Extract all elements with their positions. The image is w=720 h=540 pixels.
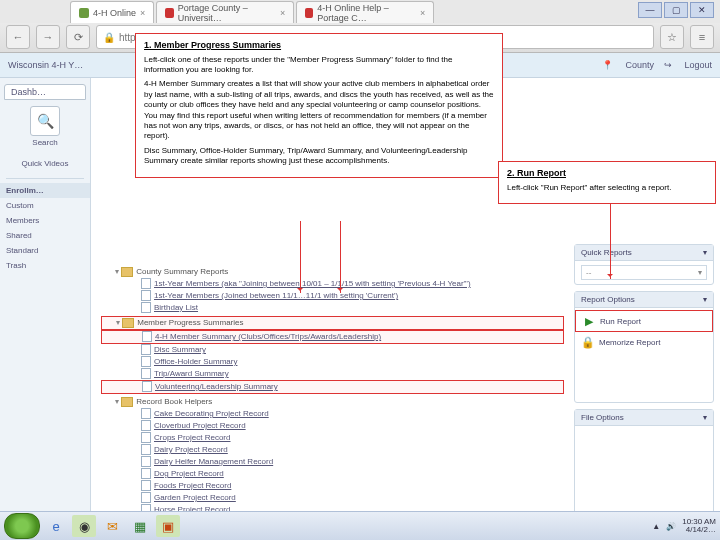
right-panel: Quick Reports▾ --▾ Report Options▾ ▶Run … — [574, 84, 714, 518]
county-link[interactable]: 📍 County — [602, 60, 654, 70]
sidebar-standard[interactable]: Standard — [0, 243, 90, 258]
quick-reports-select[interactable]: --▾ — [581, 265, 707, 280]
tray-icon[interactable]: 🔊 — [666, 522, 676, 531]
favicon-icon — [165, 8, 173, 18]
tree-item[interactable]: 1st-Year Members (Joined between 11/1…11… — [101, 290, 564, 302]
doc-icon — [141, 420, 151, 431]
tray-icon[interactable]: ▲ — [652, 522, 660, 531]
maximize-button[interactable]: ▢ — [664, 2, 688, 18]
sidebar-trash[interactable]: Trash — [0, 258, 90, 273]
banner-title: Wisconsin 4-H Y… — [8, 60, 83, 70]
tree-item[interactable]: Garden Project Record — [101, 492, 564, 504]
tree-item[interactable]: Disc Summary — [101, 344, 564, 356]
sidebar-custom[interactable]: Custom — [0, 198, 90, 213]
minimize-button[interactable]: — — [638, 2, 662, 18]
tree-item[interactable]: Volunteering/Leadership Summary — [101, 380, 564, 394]
file-options-panel: File Options▾ — [574, 409, 714, 521]
chevron-down-icon[interactable]: ▾ — [703, 413, 707, 422]
tree-item[interactable]: Trip/Award Summary — [101, 368, 564, 380]
tree-item[interactable]: Dairy Project Record — [101, 444, 564, 456]
search-icon: 🔍 — [30, 106, 60, 136]
chevron-down-icon: ▾ — [698, 268, 702, 277]
forward-button[interactable]: → — [36, 25, 60, 49]
tree-item[interactable]: 1st-Year Members (aka "Joining between 1… — [101, 278, 564, 290]
favicon-icon — [305, 8, 313, 18]
window-controls: —▢✕ — [638, 2, 714, 18]
doc-icon — [141, 468, 151, 479]
lock-icon: 🔒 — [103, 32, 115, 43]
taskbar-excel-icon[interactable]: ▦ — [128, 515, 152, 537]
doc-icon — [141, 456, 151, 467]
sidebar-members[interactable]: Members — [0, 213, 90, 228]
doc-icon — [141, 408, 151, 419]
menu-button[interactable]: ≡ — [690, 25, 714, 49]
panel-title: Report Options — [581, 295, 635, 304]
doc-icon — [141, 356, 151, 367]
reload-button[interactable]: ⟳ — [66, 25, 90, 49]
chevron-down-icon[interactable]: ▾ — [703, 248, 707, 257]
tree-item-member-summary[interactable]: 4-H Member Summary (Clubs/Offices/Trips/… — [101, 330, 564, 344]
sidebar-quick-videos[interactable]: Quick Videos — [0, 153, 90, 174]
sidebar-section: Enrollm… — [0, 183, 90, 198]
taskbar-powerpoint-icon[interactable]: ▣ — [156, 515, 180, 537]
tree-item[interactable]: Office-Holder Summary — [101, 356, 564, 368]
arrow-icon — [610, 203, 611, 279]
favicon-icon — [79, 8, 89, 18]
taskbar-ie-icon[interactable]: e — [44, 515, 68, 537]
tree-item[interactable]: Cake Decorating Project Record — [101, 408, 564, 420]
doc-icon — [141, 492, 151, 503]
folder-record-book[interactable]: Record Book Helpers — [101, 396, 564, 408]
arrow-icon — [340, 221, 341, 293]
tree-item[interactable]: Cloverbud Project Record — [101, 420, 564, 432]
tree-item[interactable]: Crops Project Record — [101, 432, 564, 444]
browser-tab[interactable]: Portage County – Universit…× — [156, 1, 294, 23]
sidebar: Dashb… 🔍Search Quick Videos Enrollm… Cus… — [0, 78, 91, 518]
tab-label: 4-H Online — [93, 8, 136, 18]
back-button[interactable]: ← — [6, 25, 30, 49]
browser-tab[interactable]: 4-H Online× — [70, 1, 154, 23]
callout-member-progress: 1. Member Progress Summaries Left-click … — [135, 33, 503, 178]
tree-item[interactable]: Dog Project Record — [101, 468, 564, 480]
folder-member-progress[interactable]: Member Progress Summaries — [101, 316, 564, 330]
folder-icon — [122, 318, 134, 328]
sidebar-shared[interactable]: Shared — [0, 228, 90, 243]
close-icon[interactable]: × — [420, 8, 425, 18]
tree-item[interactable]: Foods Project Record — [101, 480, 564, 492]
callout-run-report: 2. Run Report Left-click "Run Report" af… — [498, 161, 716, 204]
dashboard-tab[interactable]: Dashb… — [4, 84, 86, 100]
doc-icon — [141, 344, 151, 355]
taskbar-chrome-icon[interactable]: ◉ — [72, 515, 96, 537]
panel-title: Quick Reports — [581, 248, 632, 257]
sidebar-search[interactable]: 🔍Search — [0, 100, 90, 153]
panel-title: File Options — [581, 413, 624, 422]
folder-icon — [121, 267, 133, 277]
callout-title: 2. Run Report — [507, 168, 707, 180]
logout-link[interactable]: ↪ Logout — [664, 60, 712, 70]
lock-icon: 🔒 — [581, 335, 595, 349]
play-icon: ▶ — [582, 314, 596, 328]
arrow-icon — [300, 221, 301, 293]
run-report-button[interactable]: ▶Run Report — [575, 310, 713, 332]
taskbar-outlook-icon[interactable]: ✉ — [100, 515, 124, 537]
browser-tab[interactable]: 4-H Online Help – Portage C…× — [296, 1, 434, 23]
tab-strip: 4-H Online× Portage County – Universit…×… — [0, 0, 720, 23]
close-icon[interactable]: × — [140, 8, 145, 18]
tree-item[interactable]: Dairy Heifer Management Record — [101, 456, 564, 468]
folder-county-summary[interactable]: County Summary Reports — [101, 266, 564, 278]
chevron-down-icon[interactable]: ▾ — [703, 295, 707, 304]
tab-label: Portage County – Universit… — [178, 3, 276, 23]
start-button[interactable] — [4, 513, 40, 539]
doc-icon — [141, 444, 151, 455]
system-tray[interactable]: ▲ 🔊 10:30 AM4/14/2… — [652, 518, 716, 534]
doc-icon — [142, 381, 152, 392]
doc-icon — [141, 278, 151, 289]
close-icon[interactable]: × — [280, 8, 285, 18]
memorize-report-button[interactable]: 🔒Memorize Report — [575, 332, 713, 352]
tree-item[interactable]: Birthday List — [101, 302, 564, 314]
doc-icon — [141, 368, 151, 379]
quick-reports-panel: Quick Reports▾ --▾ — [574, 244, 714, 285]
doc-icon — [141, 302, 151, 313]
doc-icon — [141, 432, 151, 443]
bookmark-button[interactable]: ☆ — [660, 25, 684, 49]
close-button[interactable]: ✕ — [690, 2, 714, 18]
